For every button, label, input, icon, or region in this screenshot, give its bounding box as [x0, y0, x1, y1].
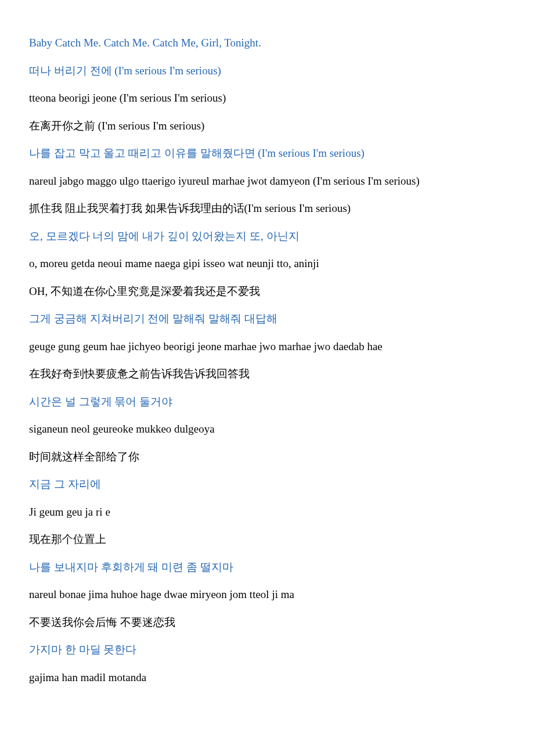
lyric-line: nareul bonae jima huhoe hage dwae miryeo…	[29, 586, 505, 603]
lyric-line: 지금 그 자리에	[29, 476, 505, 493]
lyric-line: 나를 잡고 막고 울고 때리고 이유를 말해줬다면 (I'm serious I…	[29, 145, 505, 162]
lyric-line: tteona beorigi jeone (I'm serious I'm se…	[29, 90, 505, 107]
lyric-line: 시간은 널 그렇게 묶어 둘거야	[29, 394, 505, 411]
lyric-line: gajima han madil motanda	[29, 669, 505, 686]
lyric-line: 떠나 버리기 전에 (I'm serious I'm serious)	[29, 63, 505, 80]
lyric-line: 가지마 한 마딜 못한다	[29, 642, 505, 658]
lyric-line: 在离开你之前 (I'm serious I'm serious)	[29, 118, 505, 135]
lyric-line: nareul jabgo maggo ulgo ttaerigo iyureul…	[29, 173, 505, 190]
lyric-line: siganeun neol geureoke mukkeo dulgeoya	[29, 421, 505, 438]
lyric-line: OH, 不知道在你心里究竟是深爱着我还是不爱我	[29, 283, 505, 300]
lyric-line: 现在那个位置上	[29, 531, 505, 548]
lyric-line: 그게 궁금해 지쳐버리기 전에 말해줘 말해줘 대답해	[29, 311, 505, 327]
lyric-line: geuge gung geum hae jichyeo beorigi jeon…	[29, 339, 505, 355]
lyric-line: Baby Catch Me. Catch Me. Catch Me, Girl,…	[29, 35, 505, 52]
lyric-line: 抓住我 阻止我哭着打我 如果告诉我理由的话(I'm serious I'm se…	[29, 200, 505, 217]
lyric-line: 不要送我你会后悔 不要迷恋我	[29, 614, 505, 631]
lyric-line: o, moreu getda neoui mame naega gipi iss…	[29, 255, 505, 272]
lyric-line: Ji geum geu ja ri e	[29, 504, 505, 521]
lyrics-content: Baby Catch Me. Catch Me. Catch Me, Girl,…	[29, 35, 505, 686]
lyric-line: 在我好奇到快要疲惫之前告诉我告诉我回答我	[29, 366, 505, 383]
lyric-line: 나를 보내지마 후회하게 돼 미련 좀 떨지마	[29, 559, 505, 576]
lyric-line: 时间就这样全部给了你	[29, 449, 505, 466]
lyric-line: 오, 모르겠다 너의 맘에 내가 깊이 있어왔는지 또, 아닌지	[29, 228, 505, 245]
